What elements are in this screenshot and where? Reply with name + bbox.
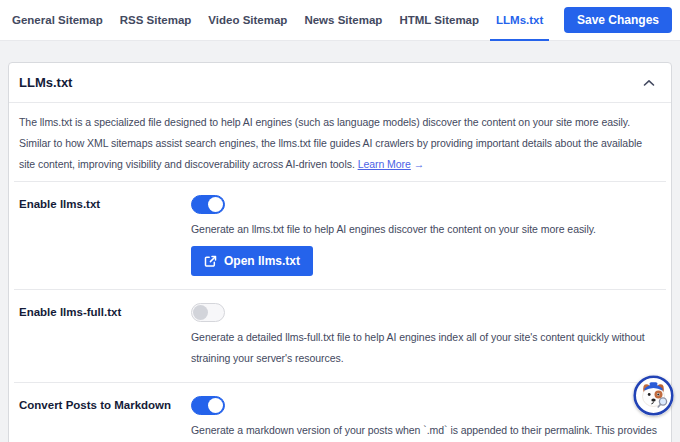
convert-posts-to-markdown-toggle[interactable] xyxy=(191,396,225,415)
help-mascot-button[interactable] xyxy=(633,375,674,416)
setting-row-enable-llms-txt: Enable llms.txt Generate an llms.txt fil… xyxy=(19,182,661,289)
toggle-knob xyxy=(208,197,223,212)
setting-label: Enable llms.txt xyxy=(19,195,191,276)
tab-news-sitemap[interactable]: News Sitemap xyxy=(298,0,388,41)
setting-label: Convert Posts to Markdown xyxy=(19,396,191,442)
setting-description: Generate a markdown version of your post… xyxy=(191,420,661,442)
sitemap-tab-bar: General Sitemap RSS Sitemap Video Sitema… xyxy=(0,0,680,41)
open-llms-txt-button[interactable]: Open llms.txt xyxy=(191,246,313,276)
open-llms-txt-button-label: Open llms.txt xyxy=(224,254,300,268)
card-title: LLMs.txt xyxy=(19,75,72,90)
collapse-card-button[interactable] xyxy=(641,77,657,89)
setting-description: Generate an llms.txt file to help AI eng… xyxy=(191,219,661,240)
setting-row-enable-llms-full-txt: Enable llms-full.txt Generate a detailed… xyxy=(19,290,661,382)
setting-label: Enable llms-full.txt xyxy=(19,303,191,369)
llms-txt-card: LLMs.txt The llms.txt is a specialized f… xyxy=(8,62,672,442)
setting-description: Generate a detailed llms-full.txt file t… xyxy=(191,327,661,369)
setting-control: Generate an llms.txt file to help AI eng… xyxy=(191,195,661,276)
toggle-knob xyxy=(208,398,223,413)
setting-control: Generate a detailed llms-full.txt file t… xyxy=(191,303,661,369)
card-body: The llms.txt is a specialized file desig… xyxy=(9,103,671,442)
tab-video-sitemap[interactable]: Video Sitemap xyxy=(202,0,293,41)
external-link-icon xyxy=(204,255,217,268)
arrow-right-icon: → xyxy=(414,158,424,170)
tab-html-sitemap[interactable]: HTML Sitemap xyxy=(393,0,485,41)
enable-llms-txt-toggle[interactable] xyxy=(191,195,225,214)
enable-llms-full-txt-toggle[interactable] xyxy=(191,303,225,322)
tab-llms-txt[interactable]: LLMs.txt xyxy=(490,0,549,41)
aioseo-dog-mascot-icon xyxy=(633,375,674,416)
toggle-knob xyxy=(193,305,208,320)
setting-row-convert-posts-to-markdown: Convert Posts to Markdown Generate a mar… xyxy=(19,383,661,442)
card-header: LLMs.txt xyxy=(9,63,671,103)
learn-more-link[interactable]: Learn More xyxy=(358,158,411,170)
tab-rss-sitemap[interactable]: RSS Sitemap xyxy=(114,0,198,41)
setting-control: Generate a markdown version of your post… xyxy=(191,396,661,442)
llms-description-text: The llms.txt is a specialized file desig… xyxy=(19,116,642,170)
save-changes-button[interactable]: Save Changes xyxy=(564,7,672,33)
chevron-up-icon xyxy=(643,79,655,87)
tab-general-sitemap[interactable]: General Sitemap xyxy=(6,0,109,41)
llms-description: The llms.txt is a specialized file desig… xyxy=(19,112,661,175)
